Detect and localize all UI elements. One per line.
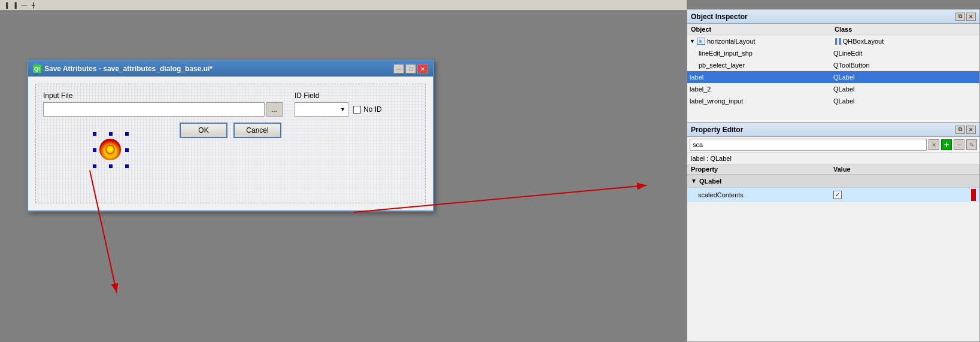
toolbar-btn[interactable]: —: [20, 2, 29, 8]
search-edit-button[interactable]: ✎: [966, 139, 977, 150]
save-attributes-dialog: Qt Save Attributes - save_attributes_dia…: [27, 60, 434, 212]
property-editor-title: Property Editor: [691, 126, 743, 134]
selected-label-widget[interactable]: [93, 132, 129, 168]
tree-row-pb-select[interactable]: pb_select_layer QToolButton: [687, 59, 979, 71]
input-file-label: Input File: [43, 91, 283, 100]
input-file-field[interactable]: [43, 102, 265, 117]
property-context-label: label : QLabel: [687, 153, 979, 164]
label-icon: [98, 137, 123, 162]
tree-cell-name: label_2: [690, 86, 833, 93]
group-arrow-icon: ▼: [691, 178, 697, 184]
id-dropdown[interactable]: ▼: [295, 102, 348, 117]
tree-header: Object Class: [687, 24, 979, 35]
dialog-minimize-button[interactable]: ─: [393, 64, 404, 74]
search-minus-button[interactable]: −: [954, 139, 964, 150]
property-search-input[interactable]: [690, 139, 927, 151]
qt-logo-icon: Qt: [33, 65, 41, 73]
tree-cell-name: pb_select_layer: [690, 62, 833, 69]
dialog-titlebar: Qt Save Attributes - save_attributes_dia…: [28, 61, 433, 77]
scaled-contents-checkbox[interactable]: ✓: [833, 191, 842, 199]
cancel-button[interactable]: Cancel: [233, 123, 281, 138]
tree-cell-name: label_wrong_input: [690, 97, 833, 105]
close-icon: ✕: [420, 66, 425, 72]
property-name-scaled-contents: scaledContents: [691, 191, 833, 199]
tree-row-label[interactable]: label QLabel: [687, 71, 979, 83]
handle-bottom-right[interactable]: [125, 164, 129, 168]
minimize-icon: ─: [396, 66, 401, 72]
chevron-down-icon: ▼: [340, 106, 345, 112]
group-label: QLabel: [699, 178, 721, 185]
handle-middle-right[interactable]: [125, 148, 129, 152]
tree-class-icon: ▐▐: [833, 38, 841, 44]
object-inspector-title: Object Inspector: [691, 13, 748, 21]
tree-row-horizontal-layout[interactable]: ▼ ⊞ horizontalLayout ▐▐ QHBoxLayout: [687, 35, 979, 47]
id-field-row: ▼ No ID: [295, 102, 382, 117]
property-value-scaled-contents: ✓: [833, 189, 976, 201]
handle-top-left[interactable]: [93, 132, 96, 136]
dialog-title-text: Save Attributes - save_attributes_dialog…: [44, 65, 213, 73]
minus-icon: −: [957, 140, 961, 149]
search-add-button[interactable]: +: [941, 139, 952, 150]
property-row-scaled-contents[interactable]: scaledContents ✓: [687, 188, 979, 202]
search-clear-button[interactable]: ✕: [929, 139, 939, 150]
add-icon: +: [944, 140, 949, 149]
dialog-maximize-button[interactable]: □: [405, 64, 416, 74]
tree-header-class: Class: [833, 25, 977, 33]
property-editor-titlebar: Property Editor ⧉ ✕: [687, 123, 979, 137]
layout-icon: ⊞: [697, 38, 705, 45]
object-inspector-controls: ⧉ ✕: [955, 13, 976, 21]
browse-button[interactable]: ...: [266, 102, 283, 117]
object-inspector-panel: Object Inspector ⧉ ✕ Object Class ▼ ⊞ ho…: [687, 9, 980, 342]
dialog-content: Input File ... ID Field ▼: [28, 77, 433, 210]
handle-top-right[interactable]: [125, 132, 129, 136]
id-field-group: ID Field ▼ No ID: [295, 91, 382, 117]
handle-bottom-middle[interactable]: [109, 164, 113, 168]
tree-expand-arrow: ▼: [690, 38, 695, 44]
property-editor-undock-button[interactable]: ⧉: [955, 126, 965, 134]
no-id-label: No ID: [363, 105, 382, 114]
dialog-form-area: Input File ... ID Field ▼: [35, 84, 426, 203]
toolbar-btn[interactable]: ▐: [11, 2, 18, 8]
dialog-controls: ─ □ ✕: [393, 64, 428, 74]
value-col-header: Value: [833, 166, 976, 173]
dialog-title: Qt Save Attributes - save_attributes_dia…: [33, 65, 213, 73]
clear-icon: ✕: [932, 142, 936, 148]
object-inspector-undock-button[interactable]: ⧉: [955, 13, 965, 21]
object-inspector-close-button[interactable]: ✕: [966, 13, 976, 21]
ok-button[interactable]: OK: [180, 123, 227, 138]
handle-bottom-left[interactable]: [93, 164, 96, 168]
handle-middle-left[interactable]: [93, 148, 96, 152]
object-tree-section: Object Class ▼ ⊞ horizontalLayout ▐▐ QHB…: [687, 24, 979, 123]
toolbar-btn[interactable]: ╋: [30, 2, 37, 8]
property-col-header: Property: [691, 166, 833, 173]
edit-icon: ✎: [969, 142, 974, 148]
tree-rows: ▼ ⊞ horizontalLayout ▐▐ QHBoxLayout line…: [687, 35, 979, 107]
no-id-checkbox[interactable]: [353, 106, 361, 114]
tree-row-label-wrong[interactable]: label_wrong_input QLabel: [687, 95, 979, 107]
flame-eye-icon: [99, 139, 121, 160]
property-editor-controls: ⧉ ✕: [955, 126, 976, 134]
tree-header-object: Object: [690, 25, 833, 33]
maximize-icon: □: [409, 66, 412, 72]
form-row-input: Input File ... ID Field ▼: [43, 91, 418, 117]
id-field-label: ID Field: [295, 91, 382, 100]
dialog-close-button[interactable]: ✕: [417, 64, 428, 74]
toolbar-btn[interactable]: ▐: [2, 2, 10, 8]
tree-cell-name: ▼ ⊞ horizontalLayout: [690, 38, 833, 45]
browse-icon: ...: [271, 106, 277, 113]
handle-top-middle[interactable]: [109, 132, 113, 136]
property-changed-indicator: [971, 189, 976, 201]
tree-cell-name: lineEdit_input_shp: [690, 50, 833, 57]
tree-cell-name: label: [690, 74, 833, 81]
tree-row-lineedit[interactable]: lineEdit_input_shp QLineEdit: [687, 47, 979, 59]
property-search-bar: ✕ + − ✎: [687, 137, 979, 153]
qlabel-group-row: ▼ QLabel: [687, 175, 979, 188]
property-editor-close-button[interactable]: ✕: [966, 126, 976, 134]
input-file-row: ...: [43, 102, 283, 117]
input-file-group: Input File ...: [43, 91, 283, 117]
object-inspector-titlebar: Object Inspector ⧉ ✕: [687, 10, 979, 24]
checkmark-icon: ✓: [835, 191, 841, 199]
tree-row-label2[interactable]: label_2 QLabel: [687, 83, 979, 95]
top-toolbar: ▐ ▐ — ╋: [0, 0, 687, 11]
no-id-checkbox-group: No ID: [353, 105, 382, 114]
